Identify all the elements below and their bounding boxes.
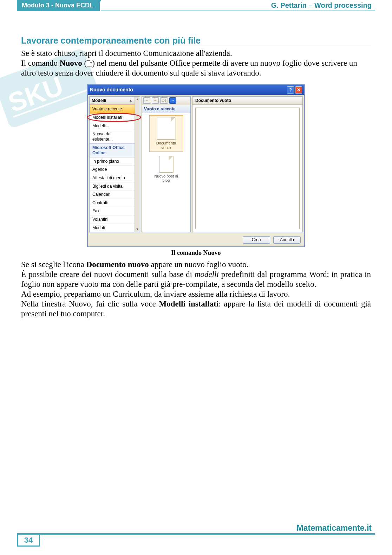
figure: Nuovo documento ? ✕ Modelli ▲ Vuoto e re…	[21, 84, 371, 257]
nav-forward-button[interactable]: →	[152, 97, 159, 104]
sidebar-header-label: Modelli	[92, 98, 106, 103]
templates-gallery: ← → Ce → Vuoto e recente Documento vuoto…	[142, 96, 191, 233]
paragraph-2d: Nella finestra Nuovo, fai clic sulla voc…	[21, 299, 371, 319]
scroll-down-icon[interactable]: ▼	[136, 227, 139, 232]
dialog-titlebar: Nuovo documento ? ✕	[88, 85, 304, 95]
go-button[interactable]: →	[169, 97, 176, 104]
bold-documento-nuovo: Documento nuovo	[86, 260, 149, 269]
gallery-section-label: Vuoto e recente	[142, 105, 190, 114]
sidebar-header: Modelli ▲	[90, 97, 135, 105]
page-footer: Matematicamente.it 34	[0, 533, 392, 550]
nav-back-button[interactable]: ←	[143, 97, 150, 104]
text: appare un nuovo foglio vuoto.	[149, 260, 249, 269]
gallery-toolbar: ← → Ce →	[142, 97, 190, 105]
cancel-button[interactable]: Annulla	[273, 236, 301, 244]
sidebar-item-contratti[interactable]: Contratti	[90, 199, 135, 207]
italic-modelli: modelli	[195, 270, 219, 279]
section-title: Lavorare contemporaneamente con più file	[21, 35, 371, 47]
text: Se si sceglie l'icona	[21, 260, 86, 269]
page-number: 34	[17, 535, 40, 547]
help-button[interactable]: ?	[287, 86, 294, 93]
bold-modelli-installati: Modelli installati	[159, 299, 218, 308]
text: (	[82, 59, 87, 67]
author-label: G. Pettarin – Word processing	[271, 1, 372, 9]
sidebar-scrollbar[interactable]: ▲ ▼	[135, 97, 140, 232]
chevron-up-icon[interactable]: ▲	[129, 98, 132, 103]
sidebar-section-office-online: Microsoft Office Online	[90, 143, 135, 157]
sidebar-item-modelli[interactable]: Modelli...	[90, 122, 135, 130]
text: Il comando	[21, 59, 60, 67]
sidebar-item-vuoto-recente[interactable]: Vuoto e recente	[90, 105, 135, 114]
search-box[interactable]: Ce	[160, 97, 168, 104]
paragraph-2c: Ad esempio, prepariamo un Curriculum, da…	[21, 289, 371, 299]
paragraph-1a: Se è stato chiuso, riapri il documento C…	[21, 49, 371, 58]
template-preview: Documento vuoto	[192, 96, 303, 233]
sidebar-item-attestati[interactable]: Attestati di merito	[90, 174, 135, 182]
sidebar-item-calendari[interactable]: Calendari	[90, 191, 135, 199]
page-header: Modulo 3 - Nuova ECDL G. Pettarin – Word…	[0, 0, 392, 14]
page-content: Lavorare contemporaneamente con più file…	[0, 14, 392, 319]
tile-documento-vuoto[interactable]: Documento vuoto	[149, 115, 183, 151]
footer-rule	[17, 533, 375, 535]
paragraph-1b: Il comando Nuovo () nel menu del pulsant…	[21, 58, 371, 78]
sidebar-item-fax[interactable]: Fax	[90, 207, 135, 215]
tile-blog-post[interactable]: Nuovo post di blog	[149, 154, 183, 185]
blog-doc-icon	[159, 156, 173, 173]
new-document-dialog: Nuovo documento ? ✕ Modelli ▲ Vuoto e re…	[87, 84, 305, 247]
paragraph-2a: Se si sceglie l'icona Documento nuovo ap…	[21, 260, 371, 270]
sidebar-item-moduli[interactable]: Moduli	[90, 224, 135, 232]
module-tab-tail	[95, 0, 101, 11]
sidebar-item-volantini[interactable]: Volantini	[90, 215, 135, 224]
preview-page	[195, 108, 300, 229]
sidebar-item-primo-piano[interactable]: In primo piano	[90, 157, 135, 166]
templates-sidebar: Modelli ▲ Vuoto e recente Modelli instal…	[89, 96, 140, 233]
tile-label: Nuovo post di blog	[151, 174, 181, 183]
sidebar-item-nuovo-da-esistente[interactable]: Nuovo da esistente...	[90, 130, 135, 143]
dialog-footer: Crea Annulla	[88, 234, 304, 246]
header-rule	[101, 11, 375, 11]
create-button[interactable]: Crea	[243, 236, 270, 244]
dialog-title: Nuovo documento	[90, 87, 133, 93]
sidebar-item-modelli-installati[interactable]: Modelli installati	[90, 114, 135, 122]
sidebar-item-agende[interactable]: Agende	[90, 166, 135, 174]
new-doc-inline-icon	[87, 60, 92, 66]
text: È possibile creare dei nuovi documenti s…	[21, 270, 195, 279]
footer-site: Matematicamente.it	[297, 523, 372, 533]
text: Nella finestra Nuovo, fai clic sulla voc…	[21, 299, 159, 308]
module-tab: Modulo 3 - Nuova ECDL	[17, 0, 100, 11]
close-button[interactable]: ✕	[295, 86, 302, 93]
sidebar-item-biglietti[interactable]: Biglietti da visita	[90, 182, 135, 191]
sidebar-item-label: Modelli installati	[92, 115, 122, 120]
figure-caption: Il comando Nuovo	[21, 249, 371, 257]
paragraph-2b: È possibile creare dei nuovi documenti s…	[21, 270, 371, 289]
blank-doc-icon	[157, 117, 175, 140]
scroll-up-icon[interactable]: ▲	[136, 97, 139, 102]
bold-nuovo: Nuovo	[60, 59, 82, 67]
tile-label: Documento vuoto	[151, 141, 181, 150]
preview-title: Documento vuoto	[192, 97, 302, 105]
